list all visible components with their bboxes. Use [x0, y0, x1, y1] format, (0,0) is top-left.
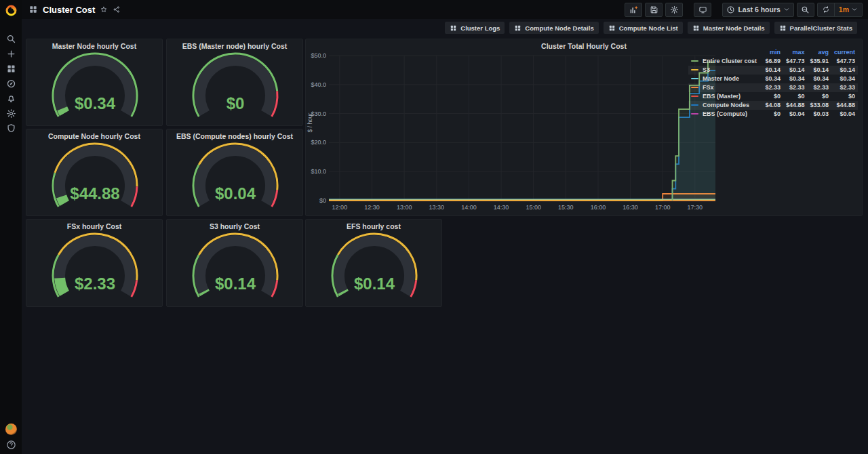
series-color-swatch	[691, 87, 698, 88]
apps-icon	[608, 24, 616, 32]
refresh-interval-dropdown[interactable]: 1m	[835, 3, 862, 16]
legend-stat-min: $0	[760, 110, 783, 119]
sidebar-item-server-admin[interactable]	[0, 121, 22, 136]
gauge-panel: Compute Node hourly Cost $44.88	[26, 129, 163, 216]
refresh-button[interactable]	[818, 3, 834, 16]
legend-series-label[interactable]: Entire Cluster cost	[688, 57, 760, 66]
series-color-swatch	[691, 104, 698, 106]
panel-title[interactable]: FSx hourly Cost	[26, 220, 162, 232]
legend-stat-min: $6.89	[760, 57, 783, 66]
legend-row: EBS (Master) $0$0$0$0	[688, 92, 858, 101]
user-avatar[interactable]	[5, 424, 17, 435]
dashboard-link-button[interactable]: Compute Node List	[604, 22, 683, 34]
legend-stat-max: $0	[783, 92, 808, 101]
dashboard-link-button[interactable]: Cluster Logs	[445, 22, 505, 34]
gauge: $44.88	[26, 142, 163, 214]
apps-icon	[450, 24, 457, 32]
series-color-swatch	[691, 69, 698, 70]
legend-stat-max: $0.04	[783, 110, 808, 119]
time-series-chart[interactable]: $0$10.0$20.0$30.0$40.0$50.012:0012:3013:…	[306, 50, 721, 215]
legend-column-min[interactable]: min	[760, 48, 783, 57]
legend-stat-current: $2.33	[831, 83, 858, 92]
add-panel-button[interactable]	[625, 3, 642, 17]
legend-header-row: minmaxavgcurrent	[688, 48, 858, 57]
topbar-actions: Last 6 hours 1m	[625, 3, 863, 17]
svg-text:$30.0: $30.0	[311, 110, 326, 117]
sidebar-item-alerting[interactable]	[0, 91, 22, 106]
panel-title[interactable]: Master Node hourly Cost	[26, 39, 162, 52]
gauge-panel: EFS hourly cost $0.14	[305, 219, 442, 307]
series-color-swatch	[691, 113, 698, 115]
legend-stat-max: $0.34	[783, 75, 808, 83]
legend-stat-min: $0	[760, 92, 783, 101]
panel-title[interactable]: EBS (Compute nodes) hourly Cost	[167, 129, 302, 142]
dashboard-link-label: ParallelCluster Stats	[790, 24, 852, 32]
svg-text:$0: $0	[319, 197, 326, 204]
svg-text:12:30: 12:30	[364, 204, 380, 211]
plus-icon	[6, 49, 16, 59]
refresh-picker: 1m	[817, 3, 863, 17]
dashboard-link-label: Compute Node List	[619, 24, 678, 32]
sidebar-item-search[interactable]	[0, 31, 22, 46]
zoom-out-button[interactable]	[797, 3, 814, 17]
dashboard-link-button[interactable]: ParallelCluster Stats	[774, 22, 857, 34]
svg-text:16:30: 16:30	[623, 204, 638, 211]
legend-series-label[interactable]: EBS (Master)	[688, 92, 760, 101]
dashboard-link-label: Compute Node Details	[525, 24, 593, 32]
legend-series-label[interactable]: EBS (Compute)	[688, 110, 760, 119]
legend-row: EBS (Compute) $0$0.04$0.03$0.04	[688, 110, 858, 119]
legend-series-label[interactable]: S3	[688, 66, 760, 75]
cycle-view-mode-button[interactable]	[694, 3, 711, 17]
svg-text:13:00: 13:00	[397, 204, 412, 211]
legend-column-avg[interactable]: avg	[807, 48, 831, 57]
page-title[interactable]: Cluster Cost	[43, 5, 95, 15]
svg-text:12:00: 12:00	[332, 204, 348, 211]
dashboard-settings-button[interactable]	[665, 3, 683, 17]
legend-stat-avg: $33.08	[807, 101, 831, 110]
gauge-panel: Master Node hourly Cost $0.34	[26, 39, 163, 126]
gauge-value: $0	[226, 94, 245, 112]
sidebar-item-create[interactable]	[0, 46, 22, 61]
gauge-value: $0.04	[215, 184, 256, 203]
gauge-panel: S3 hourly Cost $0.14	[166, 219, 303, 307]
dashboard-link-button[interactable]: Master Node Details	[688, 22, 770, 34]
svg-text:17:00: 17:00	[655, 204, 671, 211]
legend-stat-current: $0.34	[831, 75, 858, 83]
panel-title[interactable]: EBS (Master node) hourly Cost	[167, 39, 302, 52]
gauge-value: $44.88	[70, 184, 119, 203]
legend-stat-current: $0.04	[831, 110, 858, 119]
dashboard-link-button[interactable]: Compute Node Details	[509, 22, 598, 34]
legend-series-label[interactable]: FSx	[688, 83, 760, 92]
apps-icon	[6, 64, 16, 74]
legend-column-max[interactable]: max	[783, 48, 808, 57]
grafana-logo[interactable]	[0, 0, 22, 20]
time-range-picker[interactable]: Last 6 hours	[722, 3, 793, 17]
svg-text:$20.0: $20.0	[311, 139, 326, 146]
star-icon[interactable]	[100, 5, 108, 14]
sidebar-item-dashboards[interactable]	[0, 61, 22, 76]
legend-series-label[interactable]: Compute Nodes	[688, 101, 760, 110]
panel-title[interactable]: Compute Node hourly Cost	[26, 129, 162, 142]
svg-text:15:00: 15:00	[526, 204, 541, 211]
save-dashboard-button[interactable]	[645, 3, 663, 17]
legend-series-label[interactable]: Master Node	[688, 75, 760, 83]
sidebar-item-explore[interactable]	[0, 76, 22, 91]
series-color-swatch	[691, 78, 698, 79]
gauge-value: $0.14	[215, 274, 256, 293]
compass-icon	[6, 79, 16, 89]
svg-text:15:30: 15:30	[558, 204, 574, 211]
dashboard-link-label: Master Node Details	[703, 24, 765, 32]
panel-title[interactable]: S3 hourly Cost	[167, 220, 302, 232]
panel-cluster-total-hourly-cost: Cluster Total Hourly Cost $ / hour $0$10…	[305, 39, 863, 216]
svg-text:$10.0: $10.0	[311, 168, 326, 175]
help-icon[interactable]	[6, 440, 16, 450]
legend-row: Master Node $0.34$0.34$0.34$0.34	[688, 75, 858, 83]
dashboard-links: Cluster Logs Compute Node Details Comput…	[22, 22, 863, 34]
series-color-swatch	[691, 60, 698, 62]
legend-column-current[interactable]: current	[831, 48, 858, 57]
gauge-panel: EBS (Master node) hourly Cost $0	[166, 39, 303, 126]
panel-title[interactable]: EFS hourly cost	[306, 220, 441, 232]
share-icon[interactable]	[113, 5, 121, 14]
sidebar-item-configuration[interactable]	[0, 106, 22, 121]
legend-stat-current: $44.88	[831, 101, 858, 110]
